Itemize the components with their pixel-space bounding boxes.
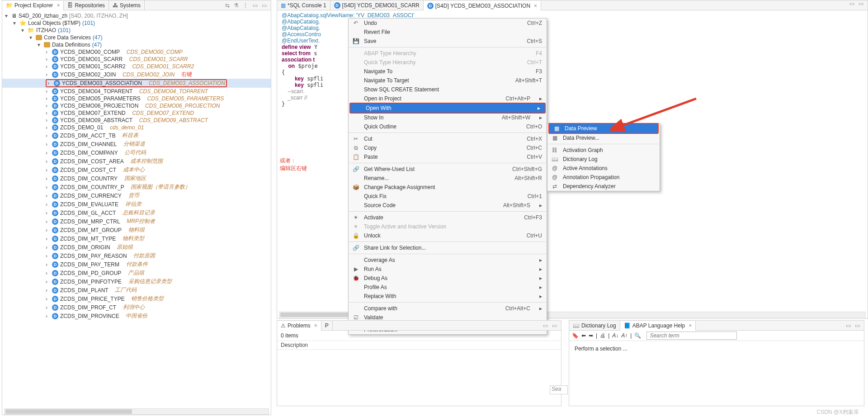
ctx-item[interactable]: Open With▸ [350,104,545,113]
scrollbar-horizontal[interactable] [4,408,269,415]
submenu-item[interactable]: ▦Data Preview [549,124,658,133]
ctx-item[interactable]: Replace With▸ [349,292,547,301]
tree-row[interactable]: ›DZCDS_DIM_PAY_TERM 付款条件 [2,260,271,269]
tab-problems[interactable]: ⚠Problems× [277,321,321,331]
forward-icon[interactable]: ➡ [589,332,593,339]
ctx-item[interactable]: Navigate ToF3 [349,67,547,76]
font-bigger-icon[interactable]: A↑ [621,332,627,339]
tree-row[interactable]: ›DZCDS_DIM_PINFOTYPE 采购信息记录类型 [2,277,271,286]
bookmark-icon[interactable]: 🔖 [572,332,579,339]
problems-column-header[interactable]: Description [277,341,561,350]
ctx-item[interactable]: ✶ActivateCtrl+F3 [349,213,547,222]
tree-row[interactable]: ›DZCDS_DIM_PD_GROUP 产品组 [2,269,271,277]
ctx-item[interactable]: 📋PasteCtrl+V [349,152,547,161]
ctx-item[interactable]: Source CodeAlt+Shift+S▸ [349,201,547,210]
help-toolbar[interactable]: ▭ ▭ [843,322,864,329]
tree-row[interactable]: ›DZCDS_DIM_COMPANY 公司代码 [2,148,271,157]
close-icon[interactable]: × [534,3,537,9]
close-icon[interactable]: × [314,322,317,329]
search-sliver[interactable]: Sea [550,385,568,394]
tree-row[interactable]: ›DZCDS_DIM_PROVINCE 中国省份 [2,312,271,320]
ctx-item[interactable]: Coverage As▸ [349,256,547,265]
tree-row[interactable]: ›DZCDS_DIM_GL_ACCT 总账科目记录 [2,208,271,217]
tree-row[interactable]: ›DYCDS_DEMO07_EXTEND CDS_DEMO07_EXTEND [2,109,271,117]
tab-systems[interactable]: 🖧Systems [109,0,145,10]
close-icon[interactable]: × [689,322,692,329]
explorer-tree[interactable]: ▾🖥S4D_200_itzhao_zh [S4D, 200, ITZHAO, Z… [2,10,271,415]
tree-row[interactable]: ›DZCDS_DIM_CURRENCY 货币 [2,191,271,200]
tree-row[interactable]: ▾🖥S4D_200_itzhao_zh [S4D, 200, ITZHAO, Z… [2,12,271,19]
tree-row[interactable]: ›DZCDS_DIM_COST_CT 成本中心 [2,166,271,174]
tree-row[interactable]: ▾Core Data Services (47) [2,34,271,41]
ctx-item[interactable]: 📦Change Package Assignment [349,183,547,192]
tree-row[interactable]: ›DZCDS_DIM_MT_TYPE 物料类型 [2,234,271,243]
tree-row[interactable]: ›DYCDS_DEMO06_PROJECTION CDS_DEMO06_PROJ… [2,102,271,109]
tree-row[interactable]: ›DZCDS_DIM_MT_GROUP 物料组 [2,226,271,234]
ctx-item[interactable]: Show SQL CREATE Statement [349,85,547,94]
editor-toolbar[interactable]: ▭ ▭ [847,0,868,10]
explorer-toolbar[interactable]: ⇆ ⚗ ⋮ ▭ ▭ [222,2,271,9]
tab-dictionary-log[interactable]: 📖Dictionary Log [569,321,620,331]
submenu-item[interactable]: ▦Data Preview... [547,133,660,142]
ctx-item[interactable]: Revert File [349,28,547,37]
tab-project-explorer[interactable]: 📁Project Explorer× [2,1,64,11]
tab-demo01[interactable]: D[S4D] YCDS_DEMO01_SCARR [330,0,424,10]
ctx-item[interactable]: ✂CutCtrl+X [349,134,547,143]
print-icon[interactable]: 🖨 [600,332,605,339]
ctx-item[interactable]: ▶Run As▸ [349,265,547,274]
tree-row[interactable]: ›DZCDS_DIM_ACCT_TB 科目表 [2,131,271,140]
tree-row[interactable]: ▾📁ITZHAO (101) [2,27,271,34]
tree-row[interactable]: ›DYCDS_DEMO01_SCARR2 CDS_DEMO01_SCARR2 [2,63,271,70]
submenu-item[interactable]: ⛓Activation Graph [547,146,660,155]
tree-row[interactable]: ›DZCDS_DIM_PAY_REASON 付款原因 [2,251,271,260]
submenu-item[interactable]: @Annotation Propagation [547,173,660,182]
tree-row[interactable]: ›DYCDS_DEMO01_SCARR CDS_DEMO01_SCARR [2,56,271,63]
ctx-item[interactable]: Rename...Alt+Shift+R [349,174,547,183]
ctx-item[interactable]: Quick OutlineCtrl+O [349,122,547,131]
tree-row[interactable]: ›DZCDS_DIM_COUNTRY_P 国家视图（带语言参数） [2,183,271,191]
tree-row[interactable]: ›DZCDS_DEMO_01 cds_demo_01 [2,124,271,131]
tree-row[interactable]: ›DZCDS_DIM_CHANNEL 分销渠道 [2,140,271,148]
tree-row[interactable]: ▾⭐Local Objects ($TMP) (101) [2,19,271,27]
tree-row[interactable]: ›DZCDS_DIM_PROF_CT 利润中心 [2,303,271,312]
ctx-item[interactable]: 🔒UnlockCtrl+U [349,231,547,240]
ctx-item[interactable]: Navigate To TargetAlt+Shift+T [349,76,547,85]
ctx-item[interactable]: 💾SaveCtrl+S [349,37,547,46]
tree-row[interactable]: ›DZCDS_DIM_PRICE_TYPE 销售价格类型 [2,294,271,303]
tree-row[interactable]: ›DYCDS_DEMO00_COMP CDS_DEMO00_COMP [2,48,271,56]
ctx-item[interactable]: ↶UndoCtrl+Z [349,19,547,28]
submenu-item[interactable]: ⇄Dependency Analyzer [547,182,660,191]
problems-toolbar[interactable]: ▭ ▭ [540,322,561,329]
tab-repositories[interactable]: 🗄Repositories [64,0,109,10]
ctx-item[interactable]: Show InAlt+Shift+W▸ [349,113,547,122]
tree-row[interactable]: ›DYCDS_DEMO04_TOPARENT CDS_DEMO04_TOPARE… [2,88,271,95]
ctx-item[interactable]: Quick FixCtrl+1 [349,192,547,201]
tree-row[interactable]: ▾Data Definitions (47) [2,41,271,48]
submenu-item[interactable]: @Active Annotations [547,164,660,173]
ctx-item[interactable]: 🔗Get Where-Used ListCtrl+Shift+G [349,165,547,174]
tree-row[interactable]: ›DYCDS_DEMO05_PARAMETERS CDS_DEMO05_PARA… [2,95,271,102]
ctx-item[interactable]: ⧉CopyCtrl+C [349,143,547,152]
font-smaller-icon[interactable]: A↓ [612,332,618,339]
tree-row[interactable]: ›DYCDS_DEMO03_ASSOCIATION CDS_DEMO03_ASS… [2,79,271,88]
ctx-item[interactable]: Open in ProjectCtrl+Alt+P▸ [349,94,547,103]
ctx-item[interactable]: Compare withCtrl+Alt+C▸ [349,304,547,313]
ctx-item[interactable]: Profile As▸ [349,283,547,292]
tree-row[interactable]: ›DZCDS_DIM_COUNTRY 国家地区 [2,174,271,183]
close-icon[interactable]: × [57,2,60,9]
tree-row[interactable]: ›DZCDS_DIM_COST_AREA 成本控制范围 [2,157,271,166]
back-icon[interactable]: ⬅ [581,332,586,339]
tree-row[interactable]: ›DYCDS_DEMO02_JOIN CDS_DEMO02_JOIN 右键 [2,70,271,79]
help-search-input[interactable] [646,332,737,340]
submenu-item[interactable]: 📖Dictionary Log [547,155,660,164]
tab-demo03[interactable]: D[S4D] YCDS_DEMO03_ASSOCIATION× [424,1,541,11]
ctx-item[interactable]: 🐞Debug As▸ [349,274,547,283]
tree-row[interactable]: ›DZCDS_DIM_EVALUATE 评估类 [2,200,271,208]
tree-row[interactable]: ›DZCDS_DIM_PLANT 工厂代码 [2,286,271,294]
tree-row[interactable]: ›DZCDS_DIM_MRP_CTRL MRP控制者 [2,217,271,226]
tab-sql-console[interactable]: ▦*SQL Console 1 [277,0,330,10]
ctx-item[interactable]: 🔗Share Link for Selection... [349,243,547,252]
tree-row[interactable]: ›DZCDS_DIM_ORIGIN 原始组 [2,243,271,251]
tree-row[interactable]: ›DYCDS_DEMO09_ABSTRACT CDS_DEMO09_ABSTRA… [2,117,271,124]
tab-abap-help[interactable]: 📘ABAP Language Help× [620,321,696,331]
